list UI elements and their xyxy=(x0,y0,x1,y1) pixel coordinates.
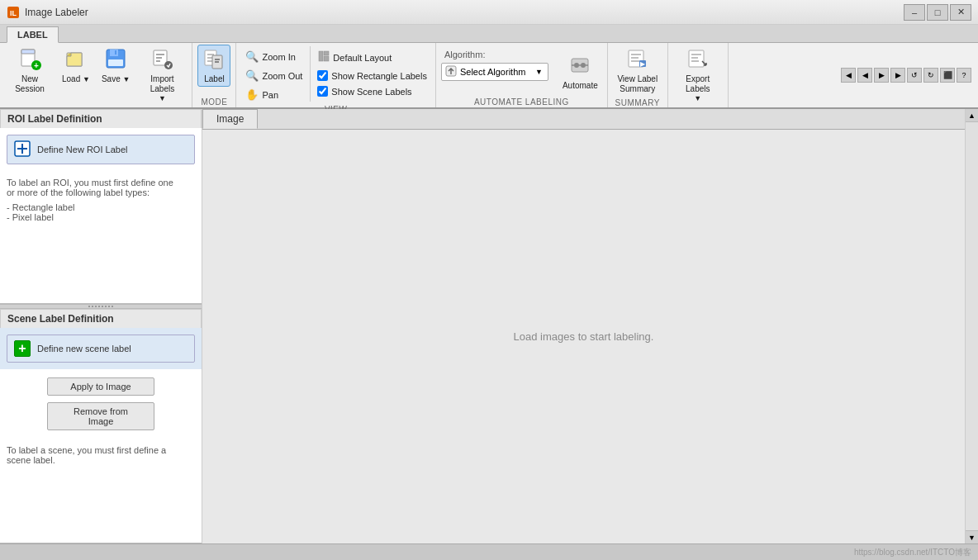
view-label-summary-button[interactable]: ▶ View Label Summary xyxy=(613,45,662,97)
scene-plus-icon: + xyxy=(14,340,31,357)
algo-col: Algorithm: Select Algorithm ▼ xyxy=(441,45,548,81)
scene-buttons-area: Apply to Image Remove from Image xyxy=(0,369,202,439)
file-group: + New Session Load ▼ xyxy=(0,43,192,107)
export-labels-label: Export Labels xyxy=(677,74,719,94)
algorithm-label: Algorithm: xyxy=(441,48,548,61)
tab-image[interactable]: Image xyxy=(202,109,258,129)
show-rectangle-labels-check[interactable]: Show Rectangle Labels xyxy=(314,69,430,83)
define-roi-label: Define New ROI Label xyxy=(37,145,127,154)
define-scene-label: Define new scene label xyxy=(37,344,131,354)
toolbar-icon-2[interactable]: ◀ xyxy=(857,68,872,83)
toolbar-icon-1[interactable]: ◀ xyxy=(841,68,856,83)
export-labels-button[interactable]: Export Labels ▼ xyxy=(673,45,723,107)
svg-rect-3 xyxy=(21,50,35,54)
toolbar-right-icons: ◀ ◀ ▶ ▶ ↺ ↻ ⬛ ? xyxy=(841,43,978,107)
minimize-button[interactable]: – xyxy=(904,4,925,21)
left-panel: ROI Label Definition Define New ROI Labe… xyxy=(0,109,202,543)
label-mode-icon xyxy=(202,47,226,74)
svg-rect-24 xyxy=(324,51,329,55)
right-icon-group: ◀ ◀ ▶ ▶ ↺ ↻ ⬛ ? xyxy=(841,68,971,83)
view-group: 🔍 Zoom In 🔍 Zoom Out ✋ Pan xyxy=(236,43,435,107)
new-session-label: New Session xyxy=(9,74,50,94)
automate-button[interactable]: Automate xyxy=(558,51,602,93)
ribbon-tabs: LABEL xyxy=(0,25,978,43)
save-button[interactable]: Save ▼ xyxy=(97,45,135,87)
pan-button[interactable]: ✋ Pan xyxy=(241,86,306,103)
svg-rect-8 xyxy=(110,50,118,56)
divider-handle xyxy=(88,306,113,307)
zoom-in-button[interactable]: 🔍 Zoom In xyxy=(241,48,306,65)
toolbar-icon-3[interactable]: ▶ xyxy=(874,68,889,83)
scroll-up-button[interactable]: ▲ xyxy=(966,109,978,122)
roi-plus-icon xyxy=(14,140,31,159)
roi-section-header: ROI Label Definition xyxy=(0,109,202,128)
toolbar-icon-7[interactable]: ⬛ xyxy=(940,68,955,83)
save-icon xyxy=(104,47,127,74)
load-button[interactable]: Load ▼ xyxy=(58,45,94,87)
svg-point-29 xyxy=(574,63,579,68)
window-title: Image Labeler xyxy=(25,7,904,18)
svg-rect-9 xyxy=(108,59,123,66)
view-label-summary-label: View Label Summary xyxy=(617,74,658,94)
select-algorithm-icon xyxy=(445,65,457,78)
roi-section: ROI Label Definition Define New ROI Labe… xyxy=(0,109,202,304)
close-button[interactable]: ✕ xyxy=(950,4,971,21)
tab-label[interactable]: LABEL xyxy=(7,26,59,43)
roi-define-area: Define New ROI Label xyxy=(0,128,202,171)
mode-group: Label MODE xyxy=(192,43,236,107)
roi-instructions: To label an ROI, you must first define o… xyxy=(0,171,202,303)
select-algorithm-button[interactable]: Select Algorithm ▼ xyxy=(441,63,548,81)
scene-labels-checkbox[interactable] xyxy=(317,86,328,97)
mode-group-body: Label xyxy=(197,45,230,96)
load-icon xyxy=(64,47,88,74)
right-scrollbar[interactable]: ▲ ▼ xyxy=(965,109,978,543)
toolbar-icon-6[interactable]: ↻ xyxy=(923,68,938,83)
default-layout-button[interactable]: Default Layout xyxy=(314,48,430,67)
view-label-summary-icon: ▶ xyxy=(626,47,649,74)
scene-instructions: To label a scene, you must first define … xyxy=(0,439,202,543)
show-scene-labels-check[interactable]: Show Scene Labels xyxy=(314,84,430,98)
svg-point-30 xyxy=(581,63,586,68)
maximize-button[interactable]: □ xyxy=(927,4,948,21)
pan-icon: ✋ xyxy=(245,88,259,101)
remove-from-image-button[interactable]: Remove from Image xyxy=(47,402,154,430)
export-group-body: Export Labels ▼ xyxy=(673,45,723,107)
export-labels-icon xyxy=(686,47,710,74)
import-labels-icon xyxy=(150,47,173,74)
ribbon-toolbar: + New Session Load ▼ xyxy=(0,43,978,109)
summary-group-label: SUMMARY xyxy=(613,97,662,108)
import-labels-button[interactable]: Import Labels ▼ xyxy=(137,45,187,107)
view-col-right: Default Layout Show Rectangle Labels Sho… xyxy=(314,45,430,98)
summary-group: ▶ View Label Summary SUMMARY xyxy=(608,43,668,107)
svg-point-15 xyxy=(164,61,173,69)
zoom-in-label: Zoom In xyxy=(262,52,295,62)
image-tabs: Image xyxy=(202,109,965,130)
main-content: ROI Label Definition Define New ROI Labe… xyxy=(0,109,978,543)
apply-to-image-button[interactable]: Apply to Image xyxy=(47,377,154,396)
zoom-out-button[interactable]: 🔍 Zoom Out xyxy=(241,67,306,84)
scene-section-title: Scene Label Definition xyxy=(7,313,114,325)
scene-section: Scene Label Definition + Define new scen… xyxy=(0,309,202,543)
scroll-down-button[interactable]: ▼ xyxy=(966,530,978,543)
right-icons-row1: ◀ ◀ ▶ ▶ ↺ ↻ ⬛ ? xyxy=(841,68,971,83)
view-col-left: 🔍 Zoom In 🔍 Zoom Out ✋ Pan xyxy=(241,45,306,103)
define-roi-button[interactable]: Define New ROI Label xyxy=(7,135,195,164)
scene-section-header: Scene Label Definition xyxy=(0,309,202,328)
toolbar-icon-5[interactable]: ↺ xyxy=(907,68,922,83)
new-session-button[interactable]: + New Session xyxy=(5,45,55,97)
toolbar-icon-4[interactable]: ▶ xyxy=(890,68,905,83)
svg-rect-10 xyxy=(115,50,116,55)
default-layout-label: Default Layout xyxy=(333,53,392,63)
svg-text:IL: IL xyxy=(10,9,17,17)
mode-group-label: MODE xyxy=(197,96,230,107)
app-icon: IL xyxy=(7,6,20,19)
label-mode-button[interactable]: Label xyxy=(197,45,230,87)
help-icon[interactable]: ? xyxy=(957,68,971,83)
scroll-track xyxy=(966,122,978,530)
select-algorithm-arrow: ▼ xyxy=(535,68,543,76)
save-label: Save ▼ xyxy=(102,74,131,84)
automate-group-label: AUTOMATE LABELING xyxy=(441,96,602,107)
define-scene-button[interactable]: + Define new scene label xyxy=(7,335,195,363)
import-labels-label: Import Labels xyxy=(141,74,183,94)
rectangle-labels-checkbox[interactable] xyxy=(317,70,328,81)
